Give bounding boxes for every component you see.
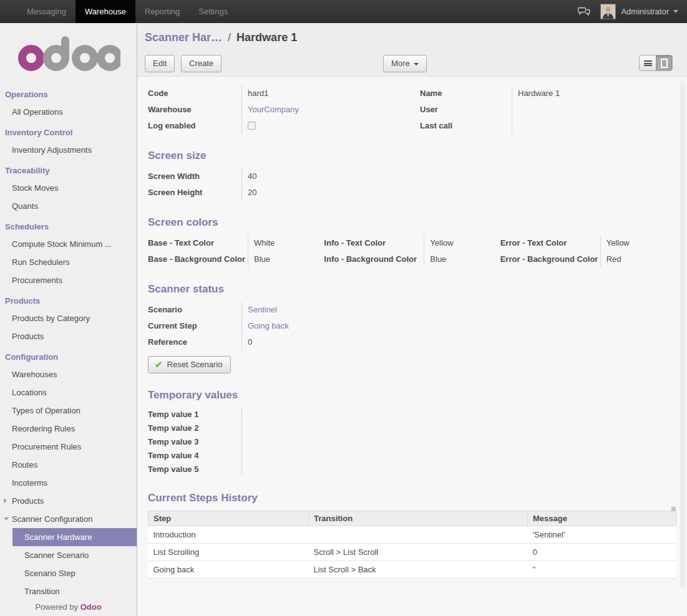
edit-button[interactable]: Edit: [145, 55, 175, 72]
reset-scenario-button[interactable]: ✔ Reset Scenario: [148, 356, 231, 373]
scanner-status-group: Scenario Current Step Reference Sentinel…: [148, 302, 420, 350]
app-menu: Messaging Warehouse Reporting Settings: [0, 0, 237, 23]
log-enabled-checkbox[interactable]: [248, 122, 256, 130]
sidebar-item-scanner-hardware[interactable]: Scanner Hardware: [12, 528, 137, 546]
avatar[interactable]: [600, 4, 616, 19]
sidebar: Operations All Operations Inventory Cont…: [0, 23, 137, 616]
sidebar-item-quants[interactable]: Quants: [0, 197, 137, 215]
topbar-right: Administrator: [578, 0, 687, 23]
breadcrumb-current: Hardware 1: [236, 31, 297, 44]
history-title: Current Steps History: [148, 492, 676, 504]
info-bg-color-label: Info - Background Color: [324, 251, 424, 267]
sidebar-item-stock-moves[interactable]: Stock Moves: [0, 179, 137, 197]
chevron-down-icon: [4, 517, 9, 521]
list-view-button[interactable]: [640, 55, 656, 70]
sidebar-item-products[interactable]: Products: [0, 327, 137, 345]
sidebar-item-label: Products: [12, 496, 44, 506]
base-text-color-value: White: [254, 235, 324, 251]
sidebar-item-products-by-category[interactable]: Products by Category: [0, 309, 137, 327]
general-fields: Code Warehouse Log enabled hard1 YourCom…: [148, 85, 676, 134]
sidebar-nav: Operations All Operations Inventory Cont…: [0, 83, 137, 597]
sidebar-item-products-config[interactable]: Products: [0, 492, 137, 510]
error-bg-color-label: Error - Background Color: [500, 251, 600, 267]
menu-warehouse[interactable]: Warehouse: [76, 0, 135, 23]
sidebar-item-incoterms[interactable]: Incoterms: [0, 474, 137, 492]
checkmark-icon: ✔: [155, 360, 163, 369]
last-call-value: [518, 118, 676, 134]
sidebar-item-types-of-operation[interactable]: Types of Operation: [0, 402, 137, 420]
info-text-color-value: Yellow: [430, 235, 500, 251]
messaging-bubbles-icon[interactable]: [578, 7, 590, 16]
code-value: hard1: [248, 85, 420, 102]
cell-transition: [309, 526, 528, 544]
sidebar-item-all-operations[interactable]: All Operations: [0, 103, 137, 121]
button-row: Edit Create More: [145, 55, 680, 71]
info-colors-group: Info - Text Color Info - Background Colo…: [324, 235, 500, 267]
odoo-brand-link[interactable]: Odoo: [80, 602, 102, 612]
cell-message: 'Sentinel': [528, 526, 676, 544]
cell-message: '': [528, 561, 676, 579]
history-row[interactable]: List Scrolling Scroll > List Scroll 0: [149, 544, 676, 561]
warehouse-value-link[interactable]: YourCompany: [248, 105, 299, 114]
sidebar-item-transition[interactable]: Transition: [0, 582, 137, 597]
breadcrumb: Scanner Har… / Hardware 1: [137, 23, 687, 44]
menu-settings[interactable]: Settings: [189, 0, 237, 23]
sidebar-item-compute-stock-minimum[interactable]: Compute Stock Minimum ...: [0, 235, 137, 253]
main-content: Scanner Har… / Hardware 1 Edit Create Mo…: [137, 23, 687, 616]
vertical-scrollbar[interactable]: [680, 80, 685, 589]
temp-value-4-label: Temp value 4: [148, 449, 241, 463]
form-view-button[interactable]: [656, 55, 672, 70]
general-right-group: Name User Last call Hardware 1: [420, 85, 676, 134]
breadcrumb-parent-link[interactable]: Scanner Har…: [145, 31, 222, 44]
history-row[interactable]: Going back List Scroll > Back '': [149, 561, 676, 579]
section-operations: Operations: [0, 83, 137, 103]
user-label: User: [420, 102, 512, 118]
cell-message: 0: [528, 544, 676, 561]
sidebar-item-procurements[interactable]: Procurements: [0, 271, 137, 289]
user-menu[interactable]: Administrator: [621, 7, 669, 16]
column-header-step[interactable]: Step: [149, 511, 309, 526]
base-text-color-label: Base - Text Color: [148, 235, 248, 251]
view-switcher: [639, 55, 673, 71]
sidebar-item-label: Scanner Configuration: [12, 514, 92, 524]
caret-down-icon[interactable]: [673, 10, 678, 13]
sidebar-item-scanner-scenario[interactable]: Scanner Scenario: [0, 546, 137, 564]
sidebar-item-locations[interactable]: Locations: [0, 383, 137, 402]
form-view-icon: [661, 59, 668, 68]
more-button[interactable]: More: [383, 55, 427, 72]
cell-step: Introduction: [149, 526, 309, 544]
base-colors-group: Base - Text Color Base - Background Colo…: [148, 235, 324, 267]
column-header-message[interactable]: Message: [528, 511, 676, 526]
sidebar-item-scanner-configuration[interactable]: Scanner Configuration: [0, 510, 137, 528]
general-left-group: Code Warehouse Log enabled hard1 YourCom…: [148, 85, 420, 134]
temp-value-5-label: Temp value 5: [148, 463, 241, 476]
scenario-value-link[interactable]: Sentinel: [248, 305, 277, 314]
create-button[interactable]: Create: [181, 55, 222, 72]
history-row[interactable]: Introduction 'Sentinel': [149, 526, 676, 544]
temp-value-3-label: Temp value 3: [148, 435, 241, 449]
sidebar-item-reordering-rules[interactable]: Reordering Rules: [0, 420, 137, 438]
menu-messaging[interactable]: Messaging: [17, 0, 76, 23]
menu-reporting[interactable]: Reporting: [135, 0, 189, 23]
sidebar-item-run-schedulers[interactable]: Run Schedulers: [0, 253, 137, 271]
sidebar-item-routes[interactable]: Routes: [0, 456, 137, 474]
screen-size-group: Screen Width Screen Height 40 20: [148, 168, 420, 201]
list-view-icon: [644, 60, 652, 66]
cell-transition: List Scroll > Back: [309, 561, 528, 579]
breadcrumb-separator: /: [225, 31, 233, 44]
name-value: Hardware 1: [518, 85, 676, 102]
reset-scenario-label: Reset Scenario: [167, 360, 223, 369]
sidebar-item-warehouses[interactable]: Warehouses: [0, 365, 137, 383]
info-bg-color-value: Blue: [430, 251, 500, 267]
sidebar-item-procurement-rules[interactable]: Procurement Rules: [0, 438, 137, 456]
base-bg-color-label: Base - Background Color: [148, 251, 248, 267]
current-step-value-link[interactable]: Going back: [248, 321, 289, 330]
column-header-transition[interactable]: Transition: [309, 511, 528, 526]
control-panel: Scanner Har… / Hardware 1 Edit Create Mo…: [137, 23, 687, 77]
sidebar-item-scenario-step[interactable]: Scenario Step: [0, 564, 137, 582]
last-call-label: Last call: [420, 118, 512, 134]
code-label: Code: [148, 85, 241, 102]
top-menubar: Messaging Warehouse Reporting Settings A…: [0, 0, 687, 23]
table-scroll-corner: [671, 507, 676, 511]
sidebar-item-inventory-adjustments[interactable]: Inventory Adjustments: [0, 141, 137, 159]
